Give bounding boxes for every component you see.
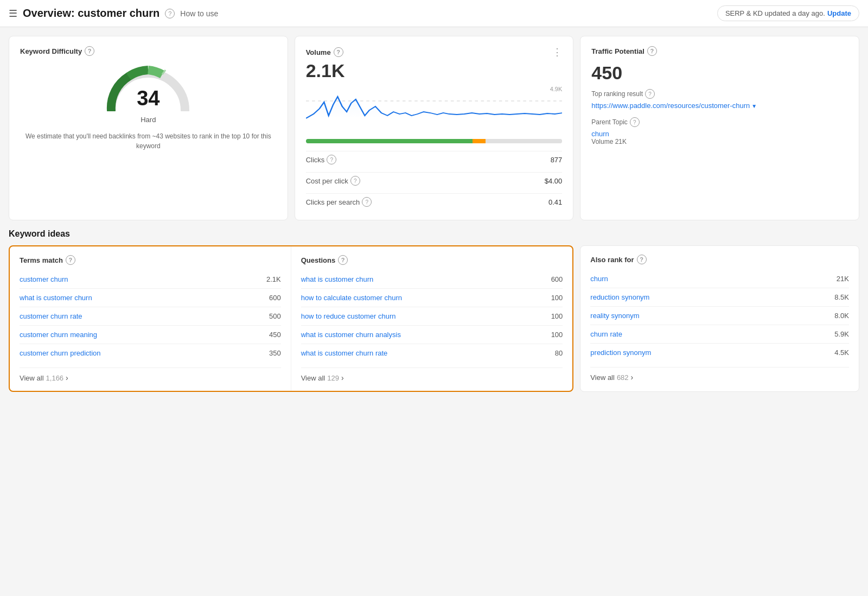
list-item: customer churn prediction 350 — [20, 344, 281, 362]
keyword-link[interactable]: churn — [590, 275, 608, 283]
keyword-link[interactable]: how to calculate customer churn — [301, 294, 402, 302]
keyword-count: 600 — [269, 294, 281, 302]
keyword-link[interactable]: reduction synonym — [590, 293, 649, 301]
cps-label: Clicks per search ? — [306, 197, 372, 207]
traffic-potential-card: Traffic Potential ? 450 Top ranking resu… — [580, 36, 859, 220]
keyword-count: 21K — [837, 275, 849, 283]
questions-title: Questions ? — [301, 255, 563, 265]
list-item: customer churn rate 500 — [20, 307, 281, 325]
clicks-row: Clicks ? 877 — [306, 151, 563, 168]
keyword-link[interactable]: customer churn — [20, 275, 68, 283]
traffic-help-icon[interactable]: ? — [647, 46, 657, 56]
terms-match-list: customer churn 2.1K what is customer chu… — [20, 270, 281, 362]
click-bar-paid — [473, 139, 486, 143]
kd-help-icon[interactable]: ? — [85, 46, 94, 56]
keyword-link[interactable]: how to reduce customer churn — [301, 312, 396, 320]
kd-card-title: Keyword Difficulty ? — [20, 46, 277, 56]
parent-topic-link[interactable]: churn — [591, 130, 609, 138]
cards-row: Keyword Difficulty ? — [9, 36, 859, 220]
keyword-ideas-title: Keyword ideas — [9, 229, 859, 239]
parent-topic-volume: Volume 21K — [591, 138, 848, 145]
also-rank-for-list: churn 21K reduction synonym 8.5K reality… — [590, 270, 849, 362]
keyword-link[interactable]: customer churn meaning — [20, 331, 97, 339]
list-item: reduction synonym 8.5K — [590, 288, 849, 306]
keyword-link[interactable]: what is customer churn analysis — [301, 331, 401, 339]
keyword-link[interactable]: what is customer churn — [20, 294, 92, 302]
update-button[interactable]: Update — [827, 9, 851, 17]
list-item: what is customer churn 600 — [20, 288, 281, 307]
keyword-count: 100 — [551, 312, 563, 320]
how-to-use-button[interactable]: How to use — [180, 9, 218, 18]
volume-help-icon[interactable]: ? — [334, 47, 343, 57]
terms-match-arrow: › — [66, 373, 68, 382]
parent-topic-label: Parent Topic ? — [591, 117, 848, 127]
cpc-label: Cost per click ? — [306, 176, 360, 186]
also-rank-for-title: Also rank for ? — [590, 255, 849, 264]
main-content: Keyword Difficulty ? — [0, 27, 868, 401]
top-ranking-help-icon[interactable]: ? — [645, 89, 655, 99]
keyword-count: 350 — [269, 349, 281, 357]
clicks-help-icon[interactable]: ? — [327, 155, 336, 164]
ideas-grid: Terms match ? customer churn 2.1K what i… — [9, 245, 859, 392]
keyword-count: 80 — [555, 349, 563, 357]
help-icon[interactable]: ? — [165, 9, 175, 18]
list-item: what is customer churn 600 — [301, 270, 563, 288]
top-ranking-section: Top ranking result ? https://www.paddle.… — [591, 89, 848, 111]
list-item: what is customer churn analysis 100 — [301, 325, 563, 344]
questions-view-all[interactable]: View all 129 › — [301, 367, 563, 382]
parent-topic-section: Parent Topic ? churn Volume 21K — [591, 117, 848, 145]
list-item: how to reduce customer churn 100 — [301, 307, 563, 325]
keyword-link[interactable]: what is customer churn — [301, 275, 374, 283]
list-item: churn rate 5.9K — [590, 325, 849, 343]
also-rank-for-help-icon[interactable]: ? — [637, 255, 647, 264]
terms-match-view-all[interactable]: View all 1,166 › — [20, 367, 281, 382]
questions-count: 129 — [327, 374, 339, 382]
keyword-link[interactable]: customer churn prediction — [20, 349, 101, 357]
keyword-link[interactable]: prediction synonym — [590, 348, 651, 357]
keyword-link[interactable]: churn rate — [590, 330, 622, 338]
list-item: reality synonym 8.0K — [590, 306, 849, 325]
keyword-count: 5.9K — [834, 330, 849, 338]
cps-row: Clicks per search ? 0.41 — [306, 193, 563, 210]
also-rank-for-column: Also rank for ? churn 21K reduction syno… — [580, 245, 859, 392]
traffic-card-title: Traffic Potential ? — [591, 46, 848, 56]
list-item: prediction synonym 4.5K — [590, 343, 849, 362]
also-rank-for-count: 682 — [617, 373, 629, 382]
questions-arrow: › — [341, 373, 344, 382]
click-bar — [306, 139, 563, 143]
url-dropdown-icon: ▼ — [751, 103, 757, 109]
parent-topic-help-icon[interactable]: ? — [630, 117, 640, 127]
questions-help-icon[interactable]: ? — [338, 255, 348, 265]
update-badge: SERP & KD updated a day ago. Update — [717, 5, 859, 21]
list-item: churn 21K — [590, 270, 849, 288]
terms-match-title: Terms match ? — [20, 255, 281, 265]
kd-value: 34 — [137, 87, 159, 110]
click-bar-organic — [306, 139, 473, 143]
cpc-row: Cost per click ? $4.00 — [306, 172, 563, 189]
terms-match-column: Terms match ? customer churn 2.1K what i… — [10, 246, 291, 391]
highlighted-panel: Terms match ? customer churn 2.1K what i… — [9, 245, 573, 392]
list-item: how to calculate customer churn 100 — [301, 288, 563, 307]
top-ranking-url[interactable]: https://www.paddle.com/resources/custome… — [591, 101, 848, 111]
keyword-link[interactable]: reality synonym — [590, 312, 639, 320]
update-status-text: SERP & KD updated a day ago. — [725, 9, 825, 17]
cpc-help-icon[interactable]: ? — [350, 176, 360, 186]
keyword-link[interactable]: what is customer churn rate — [301, 349, 388, 357]
also-rank-for-view-all[interactable]: View all 682 › — [590, 367, 849, 382]
keyword-difficulty-card: Keyword Difficulty ? — [9, 36, 288, 220]
header: ☰ Overview: customer churn ? How to use … — [0, 0, 868, 27]
volume-value: 2.1K — [306, 60, 563, 81]
volume-card: Volume ? ⋮ 2.1K 4.9K — [295, 36, 574, 220]
terms-match-help-icon[interactable]: ? — [66, 255, 75, 265]
keyword-count: 500 — [269, 312, 281, 320]
volume-options-icon[interactable]: ⋮ — [552, 46, 562, 58]
list-item: what is customer churn rate 80 — [301, 344, 563, 362]
top-ranking-label: Top ranking result ? — [591, 89, 848, 99]
cps-help-icon[interactable]: ? — [362, 197, 372, 207]
volume-card-title: Volume ? — [306, 47, 343, 57]
traffic-value: 450 — [591, 62, 848, 84]
keyword-count: 8.5K — [834, 293, 849, 301]
menu-icon[interactable]: ☰ — [9, 8, 17, 20]
keyword-link[interactable]: customer churn rate — [20, 312, 82, 320]
list-item: customer churn meaning 450 — [20, 325, 281, 344]
